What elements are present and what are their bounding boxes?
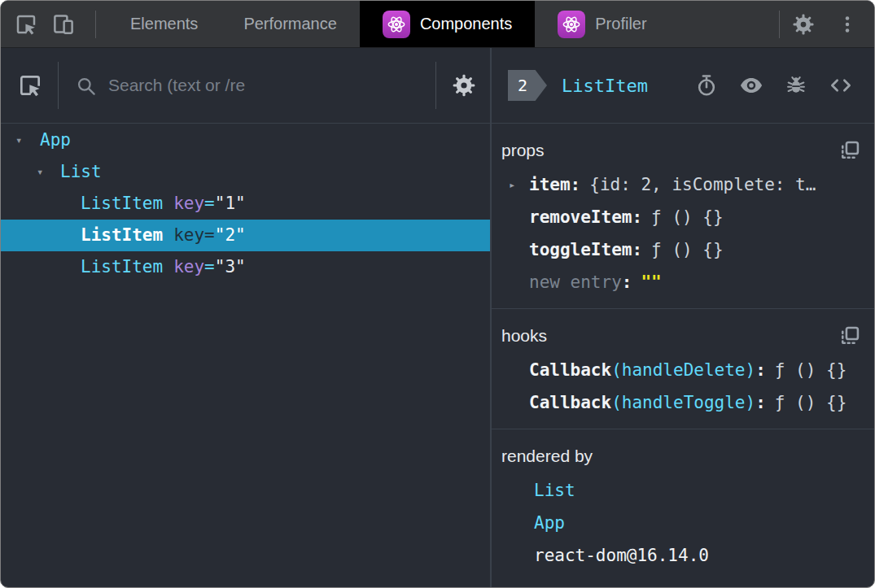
tab-elements[interactable]: Elements bbox=[107, 1, 221, 47]
search-input[interactable] bbox=[108, 76, 435, 95]
owner-row-app[interactable]: App bbox=[492, 507, 874, 539]
prop-key: removeItem bbox=[529, 207, 632, 227]
colon: : bbox=[755, 360, 766, 380]
new-entry-value-input[interactable]: "" bbox=[641, 272, 661, 292]
renderer-version: react-dom@16.14.0 bbox=[534, 546, 709, 565]
key-attr-value: "2" bbox=[215, 225, 246, 245]
colon: : bbox=[622, 272, 632, 292]
tree-row-list[interactable]: ▾ List bbox=[1, 156, 490, 188]
toolbar-divider bbox=[95, 11, 96, 38]
device-toolbar-button[interactable] bbox=[51, 12, 76, 37]
more-options-button[interactable] bbox=[837, 14, 858, 35]
hook-name: (handleDelete) bbox=[611, 360, 755, 380]
key-attr-name: key bbox=[173, 194, 204, 213]
prop-key: toggleItem bbox=[529, 240, 632, 259]
inspector-actions bbox=[695, 73, 853, 98]
prop-row-toggleitem[interactable]: toggleItem:ƒ () {} bbox=[492, 233, 874, 266]
tab-components[interactable]: Components bbox=[360, 1, 535, 47]
react-logo-icon bbox=[558, 11, 585, 38]
copy-props-button[interactable] bbox=[838, 139, 861, 162]
prop-row-new-entry[interactable]: new entry:"" bbox=[492, 266, 874, 298]
owner-link[interactable]: List bbox=[534, 481, 575, 500]
prop-key: item bbox=[529, 175, 571, 194]
colon: : bbox=[632, 207, 642, 227]
inspect-element-button[interactable] bbox=[14, 12, 38, 37]
tab-label: Profiler bbox=[595, 15, 646, 33]
expand-arrow-icon[interactable]: ▸ bbox=[509, 168, 515, 201]
gear-icon bbox=[791, 12, 816, 37]
hook-row-handledelete[interactable]: Callback(handleDelete):ƒ () {} bbox=[492, 354, 874, 386]
tree-toolbar bbox=[1, 48, 490, 124]
log-to-console-button[interactable] bbox=[785, 74, 807, 97]
equals-sign: = bbox=[204, 257, 215, 277]
colon: : bbox=[571, 175, 581, 194]
tab-label: Elements bbox=[130, 15, 198, 33]
prop-row-removeitem[interactable]: removeItem:ƒ () {} bbox=[492, 201, 874, 233]
inspect-cursor-icon bbox=[14, 12, 38, 37]
colon: : bbox=[632, 240, 642, 259]
new-entry-key[interactable]: new entry bbox=[529, 272, 622, 292]
kebab-menu-icon bbox=[837, 14, 858, 35]
hook-value: ƒ () {} bbox=[775, 360, 847, 380]
copy-hooks-button[interactable] bbox=[838, 324, 861, 347]
component-tree: ▾ App ▾ List ListItemkey="1" ListItemkey… bbox=[1, 124, 490, 587]
devtools-window: Elements Performance Components Profiler bbox=[0, 0, 875, 588]
gear-icon bbox=[451, 72, 477, 98]
owner-link[interactable]: App bbox=[534, 513, 565, 533]
react-logo-icon bbox=[383, 11, 410, 38]
tree-row-listitem-1[interactable]: ListItemkey="1" bbox=[1, 188, 490, 220]
equals-sign: = bbox=[204, 194, 215, 213]
prop-value: {id: 2, isComplete: t… bbox=[589, 175, 816, 194]
copy-icon bbox=[838, 139, 861, 162]
hooks-section: hooks Callback(handleDelete):ƒ () {} Cal… bbox=[492, 309, 874, 429]
component-tree-pane: ▾ App ▾ List ListItemkey="1" ListItemkey… bbox=[1, 48, 492, 587]
expand-arrow-icon[interactable]: ▾ bbox=[37, 156, 43, 188]
hook-type: Callback bbox=[529, 360, 611, 380]
code-brackets-icon bbox=[829, 73, 853, 98]
hook-type: Callback bbox=[529, 393, 611, 412]
tree-row-listitem-2-selected[interactable]: ListItemkey="2" bbox=[1, 220, 490, 251]
selected-component-title: ListItem bbox=[562, 76, 648, 96]
inspect-cursor-icon bbox=[17, 72, 43, 98]
key-attr-value: "3" bbox=[215, 257, 246, 277]
key-attr-name: key bbox=[173, 257, 204, 277]
suspense-toggle-button[interactable] bbox=[695, 74, 718, 97]
inspect-dom-button[interactable] bbox=[739, 73, 763, 98]
tree-row-listitem-3[interactable]: ListItemkey="3" bbox=[1, 251, 490, 283]
rendered-by-section: rendered by List App react-dom@16.14.0 bbox=[492, 429, 874, 587]
props-section: props ▸item:{id: 2, isComplete: t… remov… bbox=[492, 124, 874, 309]
rendered-by-label: rendered by bbox=[501, 446, 593, 466]
bug-icon bbox=[785, 74, 807, 97]
component-name: App bbox=[40, 130, 71, 150]
component-name: ListItem bbox=[81, 257, 163, 277]
toolbar-right-icons bbox=[791, 1, 874, 47]
tab-profiler[interactable]: Profiler bbox=[535, 1, 669, 47]
hook-row-handletoggle[interactable]: Callback(handleToggle):ƒ () {} bbox=[492, 386, 874, 419]
toolbar-divider bbox=[435, 62, 436, 109]
props-section-label: props bbox=[501, 141, 545, 160]
toolbar-divider bbox=[58, 62, 59, 109]
key-attr-value: "1" bbox=[215, 194, 246, 213]
tree-settings-button[interactable] bbox=[451, 72, 477, 98]
hook-name: (handleToggle) bbox=[611, 393, 755, 412]
devtools-toolbar: Elements Performance Components Profiler bbox=[1, 1, 874, 48]
component-name: List bbox=[60, 162, 102, 181]
expand-arrow-icon[interactable]: ▾ bbox=[15, 124, 22, 156]
search-icon bbox=[75, 75, 97, 97]
tab-performance[interactable]: Performance bbox=[221, 1, 360, 47]
eye-icon bbox=[739, 73, 763, 98]
owner-row-list[interactable]: List bbox=[492, 474, 874, 507]
key-attr-name: key bbox=[173, 225, 204, 245]
selection-index-badge: 2 bbox=[508, 70, 547, 101]
prop-row-item[interactable]: ▸item:{id: 2, isComplete: t… bbox=[492, 168, 874, 201]
view-source-button[interactable] bbox=[829, 73, 853, 98]
device-toolbar-icon bbox=[51, 12, 76, 37]
tab-label: Components bbox=[420, 15, 512, 33]
stopwatch-icon bbox=[695, 74, 718, 97]
select-component-button[interactable] bbox=[17, 72, 43, 98]
inspector-pane: 2 ListItem bbox=[492, 48, 874, 587]
settings-button[interactable] bbox=[791, 12, 816, 37]
tree-row-app[interactable]: ▾ App bbox=[1, 124, 490, 156]
toolbar-left-icons bbox=[1, 1, 84, 47]
owner-row-react-dom: react-dom@16.14.0 bbox=[492, 539, 874, 572]
